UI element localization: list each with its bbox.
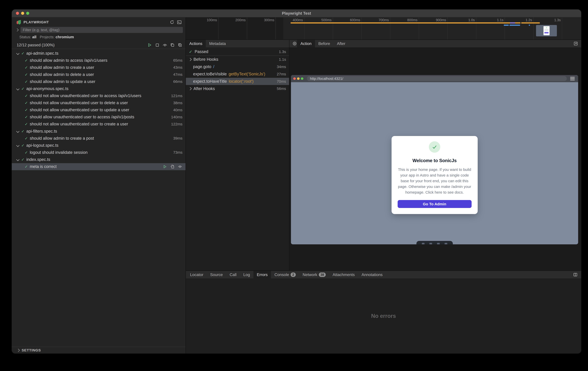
timeline-purple-bar [510,22,515,23]
pass-check-icon: ✓ [25,58,28,63]
pick-locator-target-icon[interactable] [292,41,297,46]
test-duration: 38ms [173,101,182,105]
menu-icon[interactable] [570,77,575,80]
chevron-right-icon[interactable] [189,87,192,90]
action-step-row[interactable]: ✓ Before Hooks 1.1s [186,56,289,63]
chevron-down-icon[interactable] [16,158,19,161]
toolbar-glyph-icon [430,243,432,244]
projects-value[interactable]: chromium [56,35,74,39]
action-step-row[interactable]: ✓ page.goto / 34ms [186,63,289,70]
action-step-row[interactable]: ✓ expect.toHaveTitle locator(':root') 70… [186,78,289,85]
run-test-button[interactable] [162,164,167,169]
details-tab[interactable]: Network 38 [299,271,329,279]
details-tab[interactable]: Console 2 [271,271,299,279]
test-tree-row[interactable]: ✓ should not allow unauthenticated user … [12,92,186,99]
details-tab[interactable]: Locator [187,271,207,279]
window-title: Playwright Test [12,11,581,16]
timeline-tick-label: 1.0s [448,17,476,40]
details-panel: Locator Source Call Log [186,271,581,353]
tab-label: After [337,41,345,46]
chevron-down-icon[interactable] [16,87,19,90]
welcome-title: Welcome to SonicJs [398,158,472,163]
test-tree-row[interactable]: ✓ api-filters.spec.ts [12,128,186,135]
reload-tests-icon[interactable] [169,20,175,25]
address-bar[interactable]: http://localhost:4321/ [307,76,567,81]
playwright-logo-icon [16,20,21,25]
test-tree-row[interactable]: ✓ api-logout.spec.ts [12,142,186,149]
test-tree-row[interactable]: ✓ should allow admin to update a user [12,78,186,85]
tab-label: Before [318,41,330,46]
status-value[interactable]: all [32,35,36,39]
status-line[interactable]: Status: all Projects: chromium [12,33,186,41]
show-source-button[interactable] [170,164,175,169]
details-tab[interactable]: Log [240,271,253,279]
action-step-row[interactable]: ✓ After Hooks 56ms [186,85,289,92]
split-panel-icon[interactable] [573,272,578,277]
step-duration: 70ms [274,79,286,84]
test-tree-row[interactable]: ✓ index.spec.ts [12,156,186,163]
pass-check-icon: ✓ [25,65,28,70]
details-tab[interactable]: Source [207,271,226,279]
open-external-icon[interactable] [573,41,578,46]
test-tree-row[interactable]: ✓ should allow admin to delete a user [12,71,186,78]
tab-label: Attachments [333,272,355,277]
timeline-orange-bar [521,22,540,23]
browser-chrome-bar: http://localhost:4321/ [291,75,578,82]
collapse-all-button[interactable] [170,42,175,48]
timeline-ruler: 100ms200ms300ms400ms500ms600ms700ms800ms… [186,17,581,40]
pass-check-icon: ✓ [25,80,28,84]
desktop: Playwright Test PLAYWRIGHT [0,0,588,371]
details-tab[interactable]: Errors [253,271,271,279]
expand-all-button[interactable] [178,42,182,48]
test-tree: ✓ api-admin.spec.ts [12,49,186,347]
test-name: should not allow unauthenticated user to… [30,93,171,98]
test-tree-row[interactable]: ✓ logout should invalidate session [12,149,186,156]
step-label: After Hooks [193,86,215,91]
actions-panel-tab[interactable]: Metadata [206,40,229,47]
timeline-tick-label: 200ms [219,17,247,40]
details-tab[interactable]: Call [226,271,240,279]
action-step-row[interactable]: ✓ Passed 1.3s [186,48,289,56]
chevron-down-icon[interactable] [16,144,19,147]
test-tree-row[interactable]: ✓ should allow admin to access /api/v1/u… [12,57,186,64]
test-tree-row[interactable]: ✓ should not allow unauthenticated user … [12,106,186,113]
test-name: should not allow unauthenticated user to… [30,122,171,126]
chevron-right-icon[interactable] [189,58,192,61]
test-tree-row[interactable]: ✓ should allow admin to create a user [12,64,186,71]
filter-expand-chevron-icon[interactable] [15,28,19,31]
watch-test-button[interactable] [178,164,182,169]
summary-row: 12/12 passed (100%) [12,41,186,49]
test-duration: 121ms [171,94,182,98]
stop-button[interactable] [155,42,160,48]
actions-panel-tab[interactable]: Actions [186,40,206,47]
test-tree-row[interactable]: ✓ should allow admin to create a post [12,135,186,142]
test-tree-row[interactable]: ✓ meta is correct [12,163,186,170]
settings-label: SETTINGS [22,348,41,352]
chevron-down-icon[interactable] [16,130,19,133]
test-tree-row[interactable]: ✓ api-admin.spec.ts [12,50,186,57]
filter-input[interactable] [21,27,183,33]
timeline-screenshot-thumbnail[interactable] [536,25,557,36]
run-all-button[interactable] [147,42,152,48]
settings-section[interactable]: SETTINGS [12,347,186,353]
test-tree-row[interactable]: ✓ should not allow unauthenticated user … [12,99,186,106]
snapshot-tab[interactable]: After [334,40,349,47]
pass-check-icon: ✓ [25,108,28,112]
test-tree-row[interactable]: ✓ should allow unauthenticated user to a… [12,113,186,120]
chevron-down-icon[interactable] [16,52,19,55]
details-tab[interactable]: Attachments [329,271,358,279]
snapshot-tab[interactable]: Action [297,40,315,47]
terminal-icon[interactable] [177,20,182,25]
actions-panel: Actions Metadata ✓ Passed [186,40,289,271]
test-tree-row[interactable]: ✓ api-anonymous.spec.ts [12,85,186,92]
pass-check-icon: ✓ [21,87,24,91]
action-step-row[interactable]: ✓ expect.toBeVisible getByText('SonicJs'… [186,70,289,78]
go-to-admin-button[interactable]: Go To Admin [398,200,472,208]
test-tree-row[interactable]: ✓ should not allow unauthenticated user … [12,120,186,128]
watch-all-button[interactable] [162,42,167,48]
snapshot-tab[interactable]: Before [315,40,334,47]
actions-tabbar: Actions Metadata [186,40,289,47]
trace-timeline[interactable]: 100ms200ms300ms400ms500ms600ms700ms800ms… [186,17,581,40]
details-tab[interactable]: Annotations [358,271,386,279]
test-name: api-filters.spec.ts [26,129,182,134]
